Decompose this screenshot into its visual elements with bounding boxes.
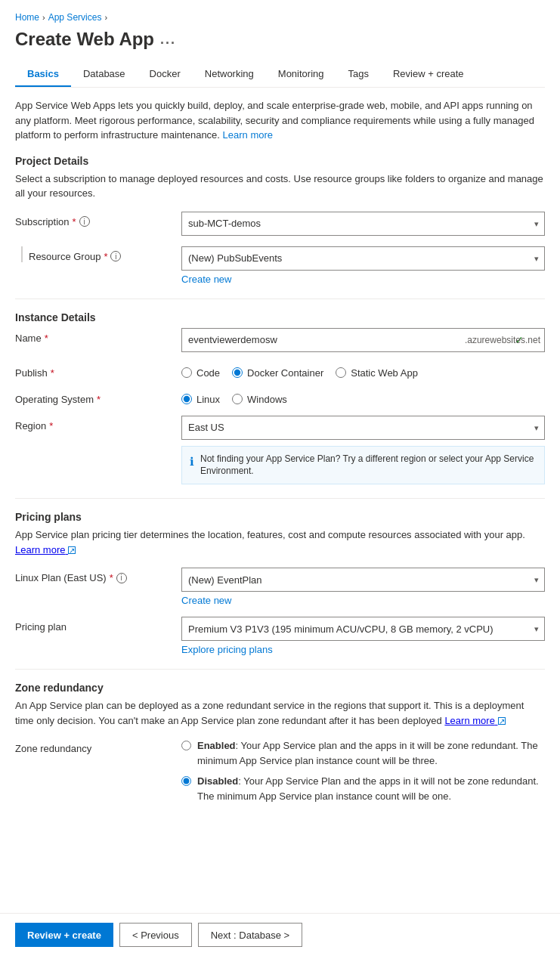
zone-redundancy-row: Zone redundancy Enabled: Your App Servic…	[15, 738, 545, 809]
os-label: Operating System *	[15, 389, 181, 405]
tab-bar: Basics Database Docker Networking Monito…	[15, 62, 545, 88]
os-linux-label: Linux	[196, 394, 220, 405]
os-windows-radio[interactable]	[232, 394, 243, 404]
publish-docker-radio[interactable]	[232, 367, 243, 378]
breadcrumb-app-services[interactable]: App Services	[48, 12, 102, 23]
publish-static-label: Static Web App	[351, 367, 418, 379]
rg-create-new-link[interactable]: Create new	[181, 274, 545, 285]
name-required: *	[45, 333, 48, 344]
linux-plan-create-new[interactable]: Create new	[181, 595, 545, 606]
subscription-label: Subscription * i	[15, 212, 181, 227]
divider-3	[15, 669, 545, 670]
zone-disabled-option: Disabled: Your App Service Plan and the …	[181, 774, 545, 803]
region-info-box: ℹ Not finding your App Service Plan? Try…	[181, 446, 545, 485]
instance-details-title: Instance Details	[15, 311, 545, 323]
linux-plan-required: *	[110, 572, 113, 583]
subscription-required: *	[73, 216, 76, 227]
breadcrumb-sep2: ›	[104, 13, 107, 22]
os-radio-group: Linux Windows	[181, 389, 545, 405]
os-linux-radio[interactable]	[181, 394, 192, 404]
subscription-info-icon[interactable]: i	[79, 216, 90, 227]
os-control: Linux Windows	[181, 389, 545, 405]
region-label: Region *	[15, 416, 181, 432]
os-linux-option[interactable]: Linux	[181, 394, 220, 405]
name-input-wrapper: ✓ .azurewebsites.net	[181, 328, 545, 352]
tab-basics[interactable]: Basics	[15, 62, 71, 87]
publish-code-option[interactable]: Code	[181, 367, 220, 379]
region-info-icon: ℹ	[190, 453, 194, 469]
zone-enabled-desc: Your App Service plan and the apps in it…	[197, 740, 538, 766]
zone-disabled-desc: Your App Service Plan and the apps in it…	[197, 775, 539, 802]
previous-button[interactable]: < Previous	[119, 923, 192, 947]
pricing-plans-section: Pricing plans App Service plan pricing t…	[15, 511, 545, 655]
publish-control: Code Docker Container Static Web App	[181, 363, 545, 379]
indent-bar	[21, 246, 23, 262]
footer-bar: Review + create < Previous Next : Databa…	[0, 913, 560, 956]
subscription-select[interactable]: sub-MCT-demos	[181, 212, 545, 236]
publish-row: Publish * Code Docker Container Static	[15, 363, 545, 379]
pricing-plans-learn-more[interactable]: Learn more ↗	[15, 544, 76, 555]
tab-review-create[interactable]: Review + create	[381, 62, 476, 87]
region-select[interactable]: East US	[181, 416, 545, 440]
tab-docker[interactable]: Docker	[138, 62, 193, 87]
pricing-plan-control: Premium V3 P1V3 (195 minimum ACU/vCPU, 8…	[181, 617, 545, 655]
project-details-section: Project Details Select a subscription to…	[15, 155, 545, 285]
os-windows-label: Windows	[247, 394, 287, 405]
tab-database[interactable]: Database	[71, 62, 138, 87]
publish-static-option[interactable]: Static Web App	[336, 367, 418, 379]
zone-enabled-radio[interactable]	[181, 741, 191, 750]
zone-enabled-text: Enabled: Your App Service plan and the a…	[197, 738, 545, 768]
region-required: *	[49, 420, 53, 432]
resource-group-select[interactable]: (New) PubSubEvents	[181, 246, 545, 271]
rg-select-wrapper: (New) PubSubEvents ▾	[181, 246, 545, 271]
publish-code-radio[interactable]	[181, 367, 192, 378]
tab-monitoring[interactable]: Monitoring	[266, 62, 336, 87]
region-control: East US ▾ ℹ Not finding your App Service…	[181, 416, 545, 485]
divider-2	[15, 498, 545, 499]
zone-redundancy-learn-more[interactable]: Learn more ↗	[444, 715, 505, 726]
divider-1	[15, 299, 545, 299]
instance-details-section: Instance Details Name * ✓ .azurewebsites…	[15, 311, 545, 485]
review-create-button[interactable]: Review + create	[15, 923, 113, 947]
resource-group-control: (New) PubSubEvents ▾ Create new	[181, 246, 545, 285]
page-title: Create Web App	[15, 29, 154, 50]
zone-disabled-radio[interactable]	[181, 776, 191, 786]
publish-required: *	[51, 367, 54, 379]
tab-networking[interactable]: Networking	[193, 62, 266, 87]
page-header: Create Web App ...	[15, 29, 545, 50]
os-windows-option[interactable]: Windows	[232, 394, 287, 405]
page-title-menu[interactable]: ...	[160, 32, 176, 48]
publish-code-label: Code	[196, 367, 220, 379]
resource-group-indent: Resource Group * i	[15, 246, 181, 262]
description-learn-more[interactable]: Learn more	[223, 129, 273, 141]
pricing-plans-title: Pricing plans	[15, 511, 545, 523]
zone-disabled-label: Disabled	[197, 775, 238, 787]
pricing-plan-select[interactable]: Premium V3 P1V3 (195 minimum ACU/vCPU, 8…	[181, 617, 545, 641]
pricing-plan-row: Pricing plan Premium V3 P1V3 (195 minimu…	[15, 617, 545, 655]
breadcrumb-home[interactable]: Home	[15, 12, 39, 23]
publish-label: Publish *	[15, 363, 181, 379]
region-row: Region * East US ▾ ℹ Not finding your Ap…	[15, 416, 545, 485]
zone-redundancy-desc: An App Service plan can be deployed as a…	[15, 698, 545, 728]
publish-static-radio[interactable]	[336, 367, 346, 378]
linux-plan-select[interactable]: (New) EventPlan	[181, 568, 545, 592]
name-control: ✓ .azurewebsites.net	[181, 328, 545, 352]
tab-tags[interactable]: Tags	[336, 62, 381, 87]
linux-plan-control: (New) EventPlan ▾ Create new	[181, 568, 545, 606]
os-required: *	[97, 394, 101, 405]
explore-pricing-link[interactable]: Explore pricing plans	[181, 644, 545, 655]
rg-info-icon[interactable]: i	[110, 251, 121, 261]
zone-enabled-label: Enabled	[197, 740, 236, 751]
pricing-plan-select-wrapper: Premium V3 P1V3 (195 minimum ACU/vCPU, 8…	[181, 617, 545, 641]
project-details-desc: Select a subscription to manage deployed…	[15, 172, 545, 201]
zone-enabled-option: Enabled: Your App Service plan and the a…	[181, 738, 545, 768]
bottom-spacer	[15, 820, 545, 873]
publish-docker-option[interactable]: Docker Container	[232, 367, 323, 379]
next-button[interactable]: Next : Database >	[198, 923, 302, 947]
breadcrumb-sep1: ›	[42, 13, 45, 22]
linux-plan-row: Linux Plan (East US) * i (New) EventPlan…	[15, 568, 545, 606]
name-input[interactable]	[181, 328, 545, 352]
os-row: Operating System * Linux Windows	[15, 389, 545, 405]
linux-plan-info-icon[interactable]: i	[116, 573, 127, 583]
zone-redundancy-title: Zone redundancy	[15, 682, 545, 694]
